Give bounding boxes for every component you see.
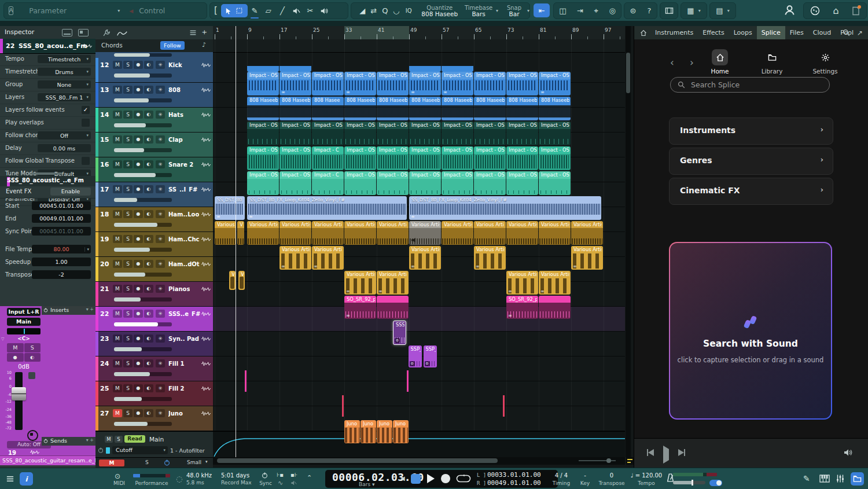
automation-curve-icon[interactable] bbox=[116, 30, 128, 36]
rack-tab-files[interactable]: Files bbox=[785, 26, 808, 39]
audio-event[interactable]: Impact - OS bbox=[506, 72, 538, 95]
power-icon[interactable] bbox=[43, 308, 48, 312]
event-lanes[interactable]: Impact - OSImpact - OS∞Impact - OSImpact… bbox=[213, 39, 625, 457]
footer-solo-button[interactable]: S bbox=[145, 459, 149, 465]
record-arm-button[interactable]: ● bbox=[134, 409, 143, 417]
mute-button[interactable]: M bbox=[113, 111, 122, 119]
time-display[interactable]: 00006.02.03.60 bbox=[332, 471, 424, 483]
audio-event[interactable]: 808 Haseeb bbox=[247, 97, 279, 120]
automation-mute-button[interactable]: M bbox=[105, 436, 113, 443]
audio-event[interactable]: SSP_o bbox=[409, 345, 422, 367]
corner-widget[interactable] bbox=[627, 462, 631, 463]
search-icon[interactable] bbox=[843, 29, 850, 36]
audio-event[interactable]: Various Artis∞ bbox=[539, 271, 571, 295]
key-value[interactable]: - bbox=[578, 472, 593, 479]
audio-event[interactable]: Impact - OS bbox=[474, 72, 506, 95]
track-visibility-icon[interactable] bbox=[189, 29, 197, 36]
audio-event[interactable]: Various Artis∞ bbox=[279, 246, 311, 270]
audio-event[interactable]: Impact - OS bbox=[312, 72, 344, 95]
audio-event[interactable]: SS_DST_80∞ bbox=[215, 196, 245, 220]
monitor-button[interactable]: ◐ bbox=[144, 384, 153, 392]
quantize-value[interactable]: 808 Haseeb bbox=[421, 11, 458, 17]
auto-scroll-icon[interactable]: ⇥ bbox=[577, 3, 583, 18]
audio-event[interactable]: Impact - OS bbox=[506, 122, 538, 145]
audio-event[interactable]: Impact - OS bbox=[474, 171, 506, 195]
inspector-row-value[interactable]: SSS_80..Fm 1▾ bbox=[38, 93, 91, 101]
settings-ellipse-icon[interactable]: ⊜ bbox=[630, 3, 637, 18]
audio-event[interactable]: Impact - OS bbox=[279, 122, 311, 145]
punch-in-icon[interactable]: ◫ bbox=[559, 3, 566, 18]
monitor-button[interactable]: ◐ bbox=[144, 61, 153, 69]
crosshair-icon[interactable]: ⌖ bbox=[594, 3, 598, 18]
section-cinematic-fx[interactable]: Cinematic FX› bbox=[669, 178, 833, 205]
audio-event[interactable] bbox=[342, 395, 344, 417]
fade-curve-icon[interactable]: ◡ bbox=[391, 3, 402, 18]
punch-in-marker-icon[interactable]: ⊦▪ bbox=[277, 472, 284, 478]
audio-event[interactable]: 808 Haseeb bbox=[506, 97, 538, 120]
snap-chevron-icon[interactable]: ▾ bbox=[527, 8, 529, 13]
event-row-value[interactable]: -2 bbox=[32, 270, 91, 279]
inspector-checkbox[interactable] bbox=[82, 157, 90, 165]
audio-event[interactable]: Juno bbox=[393, 420, 409, 443]
track-row[interactable]: 15MS●◐✳Clap bbox=[95, 133, 213, 157]
info-button[interactable]: i bbox=[20, 472, 33, 486]
event-row-value[interactable]: 1.00 bbox=[32, 258, 91, 266]
audio-event[interactable]: Various Artis∞ bbox=[344, 271, 376, 295]
audio-event[interactable]: 808 Haseeb bbox=[474, 97, 506, 120]
musical-mode-button[interactable]: ✳ bbox=[156, 334, 165, 343]
control-dropdown[interactable]: Control bbox=[139, 6, 165, 15]
hub-home-icon[interactable]: ⌂ bbox=[833, 3, 838, 18]
audio-event[interactable] bbox=[503, 395, 505, 417]
size-chevron-icon[interactable]: ▾ bbox=[205, 459, 208, 464]
track-volume-slider[interactable] bbox=[114, 98, 172, 102]
monitor-button[interactable]: ◐ bbox=[144, 285, 153, 293]
right-locator-value[interactable]: 00049.01.01.00 bbox=[487, 479, 541, 487]
audio-event[interactable]: 808 Haseeb bbox=[279, 97, 311, 120]
track-volume-slider[interactable] bbox=[114, 322, 172, 326]
automation-read-button[interactable]: Read bbox=[124, 435, 145, 443]
eraser-tool-icon[interactable]: ▱ bbox=[262, 3, 275, 18]
audio-event[interactable]: Impact - OS bbox=[344, 171, 376, 195]
rack-tab-cloud[interactable]: Cloud bbox=[808, 26, 836, 39]
inspector-scrollbar[interactable] bbox=[30, 172, 62, 175]
automation-curve[interactable] bbox=[213, 432, 625, 458]
musical-mode-button[interactable]: ✳ bbox=[156, 185, 165, 193]
iq-icon[interactable]: IQ bbox=[402, 3, 415, 18]
audio-event[interactable]: Impact - OS bbox=[474, 122, 506, 145]
fade-icon[interactable]: ∿ bbox=[278, 479, 283, 487]
channel-monitor-button[interactable]: ◐ bbox=[24, 353, 41, 362]
solo-button[interactable]: S bbox=[123, 111, 133, 119]
record-arm-button[interactable]: ● bbox=[134, 260, 143, 268]
channel-solo-button[interactable]: S bbox=[24, 343, 41, 352]
selection-tools-active[interactable] bbox=[221, 4, 248, 17]
pop-out-icon[interactable]: ↗ bbox=[857, 29, 863, 37]
zoom-slider-handle[interactable] bbox=[606, 458, 611, 463]
audio-event[interactable]: Various Artis bbox=[247, 221, 279, 245]
monitor-button[interactable]: ◐ bbox=[144, 260, 153, 268]
mute-button[interactable]: M bbox=[113, 285, 122, 293]
line-tool-icon[interactable]: ╱ bbox=[275, 3, 289, 18]
zones-chevron-icon[interactable]: ▾ bbox=[727, 8, 730, 13]
track-volume-slider[interactable] bbox=[114, 397, 172, 401]
track-volume-slider[interactable] bbox=[114, 148, 172, 152]
record-arm-button[interactable]: ● bbox=[134, 310, 143, 318]
audio-event[interactable] bbox=[407, 370, 409, 392]
audio-event[interactable]: Impact - OS bbox=[344, 146, 376, 170]
musical-mode-button[interactable]: ✳ bbox=[156, 310, 165, 318]
record-arm-button[interactable]: ● bbox=[134, 384, 143, 392]
track-volume-slider[interactable] bbox=[114, 422, 172, 426]
record-arm-button[interactable]: ● bbox=[134, 86, 143, 94]
audio-event[interactable]: Various Artis∞ bbox=[506, 271, 538, 295]
search-with-sound-inner[interactable]: Search with Sound click to capture selec… bbox=[670, 243, 831, 418]
search-with-sound-card[interactable]: Search with Sound click to capture selec… bbox=[669, 242, 832, 420]
solo-button[interactable]: S bbox=[123, 235, 133, 243]
add-track-button[interactable]: ＋ bbox=[200, 27, 208, 38]
section-instruments[interactable]: Instruments› bbox=[669, 117, 833, 145]
track-volume-slider[interactable] bbox=[114, 248, 172, 252]
solo-button[interactable]: S bbox=[123, 210, 133, 218]
audio-event[interactable]: 808 Hasee bbox=[312, 97, 344, 120]
left-locator-value[interactable]: 00033.01.01.00 bbox=[487, 471, 541, 479]
musical-mode-button[interactable]: ✳ bbox=[156, 210, 165, 218]
event-row-value[interactable]: 00045.01.01.00 bbox=[32, 227, 91, 236]
track-volume-slider[interactable] bbox=[114, 123, 172, 127]
